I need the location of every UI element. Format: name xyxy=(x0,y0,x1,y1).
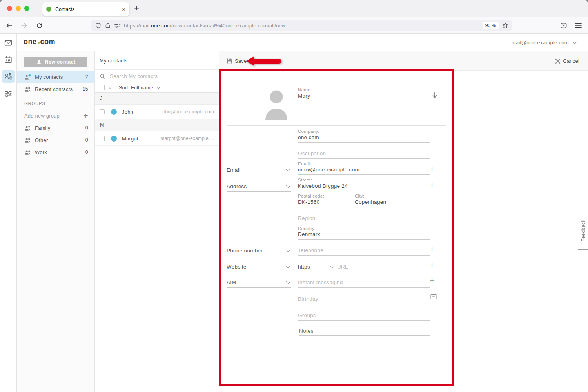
cancel-button[interactable]: Cancel xyxy=(555,51,579,71)
shield-icon[interactable] xyxy=(95,22,102,29)
add-website-button[interactable]: + xyxy=(427,260,437,270)
sidebar-group-work[interactable]: Work 0 xyxy=(17,146,95,158)
street-field[interactable]: Street: Kalvebod Brygge 24 xyxy=(298,178,430,191)
save-button[interactable]: Save xyxy=(227,51,247,71)
chevron-down-icon xyxy=(286,249,290,252)
groups-field[interactable]: Groups xyxy=(298,307,430,321)
chevron-down-icon xyxy=(572,41,577,44)
sort-row: Sort: Full name xyxy=(95,83,219,93)
search-input[interactable] xyxy=(110,73,214,79)
collapse-arrow-icon[interactable] xyxy=(432,92,438,99)
search-row xyxy=(95,70,219,83)
tab-title: Contacts xyxy=(55,7,122,12)
my-contacts-icon xyxy=(24,74,31,80)
add-phone-button[interactable]: + xyxy=(427,244,437,254)
notes-label: Notes xyxy=(299,328,314,334)
im-type-dropdown[interactable]: AIM xyxy=(227,277,291,288)
svg-text:@: @ xyxy=(9,76,12,80)
tab-close-icon[interactable]: × xyxy=(122,6,125,13)
sidebar-item-my-contacts[interactable]: My contacts 2 xyxy=(17,71,95,83)
close-window-button[interactable] xyxy=(7,6,12,11)
fullscreen-window-button[interactable] xyxy=(24,6,29,11)
lock-icon[interactable] xyxy=(105,22,111,29)
city-field[interactable]: City: Copenhagen xyxy=(355,194,430,207)
mail-icon[interactable] xyxy=(4,39,13,47)
letter-header: M xyxy=(95,119,219,131)
occupation-field[interactable]: Occupation xyxy=(298,148,430,159)
forward-icon[interactable] xyxy=(21,22,28,29)
contact-row-margot[interactable]: Margot margot@one-example.... xyxy=(95,131,219,146)
select-all-checkbox[interactable] xyxy=(100,85,105,90)
account-menu[interactable]: mail@one-example.com xyxy=(512,34,577,51)
telephone-field[interactable]: Telephone xyxy=(298,245,430,256)
action-bar: Save Cancel xyxy=(219,51,588,71)
count-badge: 0 xyxy=(85,125,88,131)
group-icon xyxy=(24,125,31,131)
groups-section-title: GROUPS xyxy=(24,101,45,106)
country-field[interactable]: Country: Denmark xyxy=(298,226,430,240)
group-icon xyxy=(24,137,31,143)
new-tab-button[interactable]: + xyxy=(134,3,139,13)
sidebar-group-other[interactable]: Other 0 xyxy=(17,134,95,146)
avatar-placeholder[interactable] xyxy=(260,87,293,120)
add-address-button[interactable]: + xyxy=(427,180,437,190)
contact-row-john[interactable]: John john@one-example.com xyxy=(95,105,219,119)
chevron-down-icon[interactable] xyxy=(156,86,161,89)
chevron-down-icon xyxy=(286,185,290,188)
new-contact-form-highlight: Name: Mary Company: one.com Occupation E… xyxy=(219,69,454,386)
postal-code-field[interactable]: Postal code: DK-1560 xyxy=(298,194,349,207)
save-floppy-icon xyxy=(227,58,232,64)
calendar-icon[interactable] xyxy=(4,56,13,64)
tab-strip: Contacts × + xyxy=(0,0,588,17)
person-icon xyxy=(36,59,42,65)
url-bar[interactable]: https://mail.one.com/new-contacts/mail%4… xyxy=(91,20,512,31)
url-scheme-dropdown[interactable]: https xyxy=(298,264,310,270)
instant-messaging-field[interactable]: Instant messaging xyxy=(298,277,430,288)
chevron-down-icon xyxy=(286,281,290,284)
contact-avatar xyxy=(111,136,117,142)
sidebar-group-family[interactable]: Family 0 xyxy=(17,122,95,134)
browser-tab[interactable]: Contacts × xyxy=(42,2,129,16)
birthday-field[interactable]: Birthday xyxy=(298,290,430,304)
address-type-dropdown[interactable]: Address xyxy=(227,181,291,192)
close-x-icon xyxy=(555,58,561,64)
name-field[interactable]: Name: Mary xyxy=(298,87,431,101)
url-text[interactable]: https://mail.one.com/new-contacts/mail%4… xyxy=(124,23,479,29)
chevron-down-icon[interactable] xyxy=(108,86,112,89)
reload-icon[interactable] xyxy=(36,22,43,29)
email-type-dropdown[interactable]: Email xyxy=(227,165,291,175)
sort-selector[interactable]: Sort: Full name xyxy=(119,85,153,91)
region-field[interactable]: Region xyxy=(298,213,430,223)
feedback-tab[interactable]: Feedback xyxy=(578,212,588,250)
website-type-dropdown[interactable]: Website xyxy=(227,261,291,272)
permissions-icon[interactable] xyxy=(114,23,121,29)
phone-type-dropdown[interactable]: Phone number xyxy=(227,245,291,256)
back-icon[interactable] xyxy=(5,22,13,29)
new-contact-button[interactable]: New contact xyxy=(24,57,87,67)
minimize-window-button[interactable] xyxy=(16,6,21,11)
bookmark-star-icon[interactable] xyxy=(502,22,509,29)
add-new-group-button[interactable]: Add new group + xyxy=(17,110,95,122)
main-panel: Save Cancel Name: Mary Company: xyxy=(219,51,588,392)
email-field[interactable]: Email: mary@one-example.com xyxy=(298,162,430,175)
birthday-calendar-icon[interactable] xyxy=(430,293,437,300)
sidebar-item-recent-contacts[interactable]: Recent contacts 15 xyxy=(17,83,95,95)
select-checkbox[interactable] xyxy=(100,136,105,141)
menu-hamburger-icon[interactable] xyxy=(575,23,582,28)
count-badge: 2 xyxy=(85,74,88,80)
pocket-icon[interactable] xyxy=(560,22,567,29)
notes-textarea[interactable] xyxy=(299,335,430,370)
contacts-icon[interactable]: @ xyxy=(2,70,15,83)
zoom-level-badge[interactable]: 90 % xyxy=(483,22,499,29)
plus-icon[interactable]: + xyxy=(83,111,88,120)
traffic-lights[interactable] xyxy=(7,6,29,11)
add-email-button[interactable]: + xyxy=(427,164,437,174)
search-icon xyxy=(100,73,106,80)
select-checkbox[interactable] xyxy=(100,109,105,114)
site-favicon-icon xyxy=(46,7,51,12)
website-field[interactable]: https URL xyxy=(298,261,430,272)
company-field[interactable]: Company: one.com xyxy=(298,129,430,143)
contact-list-panel: My contacts Sort: Full name J John john@… xyxy=(95,51,219,392)
settings-sliders-icon[interactable] xyxy=(4,89,13,98)
add-im-button[interactable]: + xyxy=(427,276,437,285)
